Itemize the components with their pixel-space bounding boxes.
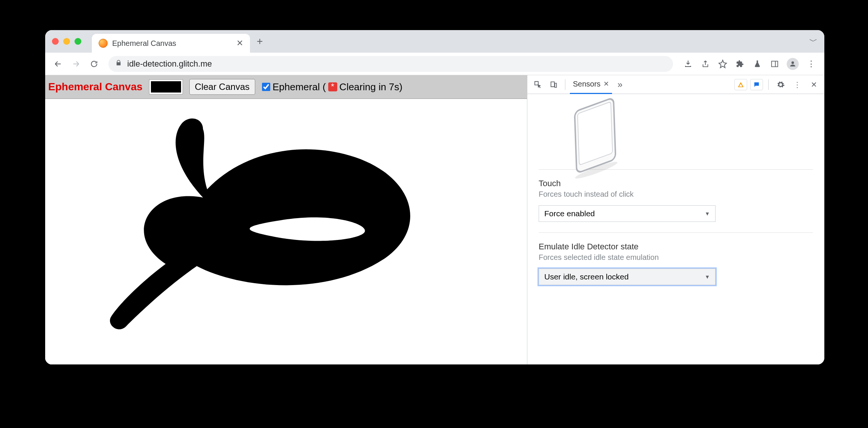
issues-info-badge[interactable] bbox=[750, 79, 763, 90]
tab-list-chevron-icon[interactable]: ﹀ bbox=[809, 36, 818, 47]
back-button[interactable] bbox=[50, 56, 65, 71]
titlebar: Ephemeral Canvas ✕ + ﹀ bbox=[45, 30, 824, 53]
page-title: Ephemeral Canvas bbox=[48, 81, 143, 93]
idle-title: Emulate Idle Detector state bbox=[539, 242, 813, 252]
address-bar[interactable]: idle-detection.glitch.me bbox=[108, 56, 673, 72]
browser-window: Ephemeral Canvas ✕ + ﹀ idle-detection.gl… bbox=[45, 30, 824, 364]
toolbar-actions: ⋮ bbox=[680, 58, 819, 70]
idle-select-value: User idle, screen locked bbox=[544, 272, 629, 281]
clear-canvas-button[interactable]: Clear Canvas bbox=[189, 79, 255, 95]
touch-title: Touch bbox=[539, 179, 813, 188]
devtools-body: Touch Forces touch instead of click Forc… bbox=[527, 94, 824, 364]
browser-tab[interactable]: Ephemeral Canvas ✕ bbox=[92, 34, 250, 53]
devtools-menu-icon[interactable]: ⋮ bbox=[790, 78, 804, 91]
inspect-element-icon[interactable] bbox=[531, 78, 545, 91]
arrow-right-icon bbox=[72, 60, 80, 68]
devtools-panel: Sensors ✕ » ⋮ ✕ bbox=[527, 75, 824, 364]
ephemeral-label-suffix: Clearing in 7s) bbox=[340, 81, 403, 93]
content-area: Ephemeral Canvas Clear Canvas Ephemeral … bbox=[45, 75, 824, 364]
tab-favicon bbox=[99, 39, 108, 48]
chevron-down-icon: ▼ bbox=[705, 274, 710, 280]
touch-select[interactable]: Force enabled ▼ bbox=[539, 205, 716, 222]
browser-toolbar: idle-detection.glitch.me bbox=[45, 53, 824, 75]
ephemeral-label-prefix: Ephemeral ( bbox=[273, 81, 326, 93]
color-picker[interactable] bbox=[149, 80, 183, 94]
reload-icon bbox=[90, 60, 98, 68]
tab-close-icon[interactable]: ✕ bbox=[603, 80, 609, 88]
device-toggle-icon[interactable] bbox=[547, 78, 560, 91]
idle-section: Emulate Idle Detector state Forces selec… bbox=[539, 232, 813, 296]
touch-select-value: Force enabled bbox=[544, 209, 595, 218]
idle-subtitle: Forces selected idle state emulation bbox=[539, 253, 813, 262]
share-icon[interactable] bbox=[700, 59, 711, 69]
install-app-icon[interactable] bbox=[683, 59, 693, 69]
reload-button[interactable] bbox=[87, 56, 102, 71]
browser-menu-icon[interactable]: ⋮ bbox=[806, 59, 816, 69]
drawing-canvas[interactable] bbox=[45, 99, 527, 364]
issues-warning-badge[interactable] bbox=[734, 79, 747, 90]
page-toolbar: Ephemeral Canvas Clear Canvas Ephemeral … bbox=[45, 75, 527, 99]
window-controls bbox=[52, 38, 81, 45]
chevron-down-icon: ▼ bbox=[705, 211, 710, 217]
separator bbox=[565, 79, 565, 90]
tab-sensors[interactable]: Sensors ✕ bbox=[570, 75, 612, 94]
profile-avatar[interactable] bbox=[787, 58, 799, 70]
idle-select[interactable]: User idle, screen locked ▼ bbox=[539, 269, 716, 285]
arrow-left-icon bbox=[54, 60, 62, 68]
labs-flask-icon[interactable] bbox=[752, 59, 763, 69]
url-text: idle-detection.glitch.me bbox=[127, 59, 212, 69]
tab-label: Sensors bbox=[573, 80, 600, 88]
new-tab-button[interactable]: + bbox=[257, 35, 263, 47]
extensions-puzzle-icon[interactable] bbox=[735, 59, 745, 69]
maximize-window-button[interactable] bbox=[75, 38, 81, 45]
siren-icon bbox=[328, 82, 337, 91]
ephemeral-checkbox[interactable] bbox=[262, 83, 270, 91]
close-window-button[interactable] bbox=[52, 38, 59, 45]
chat-bubble-icon bbox=[753, 81, 760, 88]
separator bbox=[768, 79, 769, 90]
page: Ephemeral Canvas Clear Canvas Ephemeral … bbox=[45, 75, 527, 364]
more-tabs-icon[interactable]: » bbox=[614, 79, 625, 90]
warning-triangle-icon bbox=[737, 81, 744, 88]
devtools-tabbar: Sensors ✕ » ⋮ ✕ bbox=[527, 75, 824, 94]
touch-subtitle: Forces touch instead of click bbox=[539, 190, 813, 199]
settings-gear-icon[interactable] bbox=[774, 78, 787, 91]
orientation-preview bbox=[539, 94, 813, 169]
tab-close-icon[interactable]: ✕ bbox=[236, 38, 243, 48]
minimize-window-button[interactable] bbox=[63, 38, 70, 45]
bookmark-star-icon[interactable] bbox=[717, 59, 728, 69]
touch-section: Touch Forces touch instead of click Forc… bbox=[539, 169, 813, 232]
lock-icon bbox=[115, 59, 122, 68]
device-illustration bbox=[554, 102, 637, 169]
devtools-close-icon[interactable]: ✕ bbox=[807, 78, 821, 91]
ephemeral-toggle[interactable]: Ephemeral ( Clearing in 7s) bbox=[262, 81, 402, 93]
tab-title: Ephemeral Canvas bbox=[112, 39, 232, 48]
canvas-drawing bbox=[45, 99, 527, 364]
forward-button[interactable] bbox=[69, 56, 84, 71]
side-panel-icon[interactable] bbox=[769, 59, 780, 69]
